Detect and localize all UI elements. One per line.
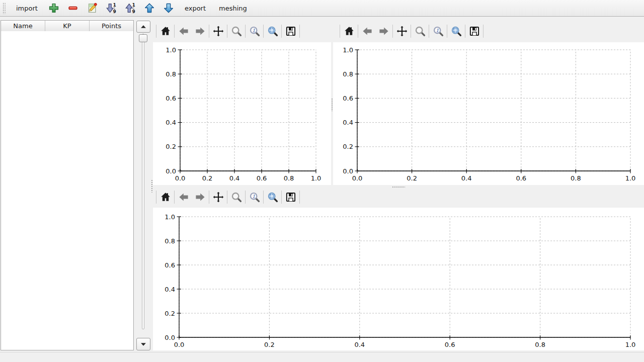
triangle-up-icon — [140, 25, 146, 29]
svg-text:0.2: 0.2 — [165, 310, 175, 317]
zoom-fit-icon[interactable] — [448, 25, 464, 38]
svg-text:1.0: 1.0 — [625, 341, 636, 348]
zoom-fit-icon[interactable] — [264, 25, 281, 38]
svg-text:0.6: 0.6 — [165, 261, 175, 269]
home-icon[interactable] — [341, 25, 357, 38]
back-icon[interactable] — [175, 25, 192, 38]
import-button[interactable]: import — [12, 2, 42, 15]
svg-text:0.8: 0.8 — [535, 341, 545, 348]
svg-text:0.8: 0.8 — [165, 237, 175, 245]
svg-text:0.0: 0.0 — [352, 174, 363, 182]
toolbar-separator — [156, 25, 156, 38]
zoom-icon[interactable] — [228, 25, 245, 38]
column-header-name[interactable]: Name — [1, 21, 45, 31]
zoom-original-icon[interactable]: 1 — [246, 25, 263, 38]
add-icon[interactable] — [48, 2, 60, 14]
save-icon[interactable] — [466, 25, 482, 38]
zoom-fit-icon[interactable] — [264, 191, 281, 204]
svg-text:0.6: 0.6 — [166, 95, 176, 102]
svg-text:0.4: 0.4 — [166, 119, 176, 126]
application-window: import1919exportmeshing Name KP Points 1… — [0, 0, 644, 362]
toolbar-separator — [299, 191, 300, 204]
back-icon[interactable] — [359, 25, 375, 38]
column-header-points[interactable]: Points — [90, 21, 133, 31]
forward-icon[interactable] — [375, 25, 392, 38]
svg-text:0.6: 0.6 — [445, 341, 455, 348]
toolbar-separator — [174, 191, 175, 204]
slider-up-button[interactable] — [136, 21, 150, 33]
table-body-empty[interactable] — [1, 31, 133, 350]
svg-text:9: 9 — [113, 9, 116, 14]
svg-text:1.0: 1.0 — [625, 174, 636, 182]
svg-text:9: 9 — [132, 9, 135, 14]
vertical-slider-column — [136, 21, 151, 350]
svg-text:1.0: 1.0 — [166, 46, 176, 54]
toolbar-separator — [263, 25, 264, 38]
table-header-row: Name KP Points — [1, 21, 133, 32]
pan-icon[interactable] — [210, 25, 226, 38]
zoom-original-icon[interactable]: 1 — [430, 25, 446, 38]
svg-text:1.0: 1.0 — [343, 46, 353, 54]
toolbar-separator — [174, 25, 175, 38]
toolbar-separator — [245, 25, 246, 38]
toolbar-separator — [447, 25, 447, 38]
svg-text:0.8: 0.8 — [343, 70, 353, 78]
toolbar-separator — [358, 25, 358, 38]
top-right-plot-canvas[interactable]: 0.00.20.40.60.81.00.00.20.40.60.81.0 — [333, 42, 644, 185]
sort-descending-icon[interactable]: 19 — [124, 2, 136, 14]
vertical-splitter-handle[interactable] — [331, 98, 333, 111]
svg-text:0.4: 0.4 — [343, 119, 353, 126]
column-header-kp[interactable]: KP — [45, 21, 90, 31]
pan-icon[interactable] — [393, 25, 410, 38]
svg-text:0.2: 0.2 — [264, 341, 275, 348]
zoom-icon[interactable] — [412, 25, 428, 38]
svg-text:0.8: 0.8 — [284, 174, 294, 182]
move-up-icon[interactable] — [143, 2, 155, 14]
save-icon[interactable] — [282, 25, 299, 38]
slider-down-button[interactable] — [136, 338, 150, 350]
meshing-button[interactable]: meshing — [214, 2, 252, 15]
remove-icon[interactable] — [67, 2, 79, 14]
home-icon[interactable] — [157, 25, 174, 38]
plot-toolbar-top-right: 1 — [333, 20, 644, 42]
slider-thumb[interactable] — [139, 34, 147, 42]
top-left-plot-canvas[interactable]: 0.00.20.40.60.81.00.00.20.40.60.81.0 — [153, 42, 331, 185]
toolbar-separator — [340, 25, 340, 38]
toolbar-separator — [392, 25, 393, 38]
svg-text:0.0: 0.0 — [165, 334, 175, 341]
toolbar-separator — [483, 25, 484, 38]
zoom-original-icon[interactable]: 1 — [246, 191, 263, 204]
export-button[interactable]: export — [180, 2, 210, 15]
home-icon[interactable] — [157, 191, 174, 204]
toolbar-separator — [411, 25, 411, 38]
svg-text:0.0: 0.0 — [166, 167, 176, 175]
svg-text:0.6: 0.6 — [257, 174, 267, 182]
svg-text:1.0: 1.0 — [165, 213, 175, 221]
forward-icon[interactable] — [192, 25, 208, 38]
pan-icon[interactable] — [210, 191, 226, 204]
move-down-icon[interactable] — [163, 2, 175, 14]
svg-text:1: 1 — [436, 28, 439, 33]
toolbar-separator — [209, 25, 209, 38]
sort-ascending-icon[interactable]: 19 — [105, 2, 117, 14]
forward-icon[interactable] — [192, 191, 208, 204]
svg-text:0.8: 0.8 — [571, 174, 581, 182]
main-toolbar: import1919exportmeshing — [0, 0, 644, 17]
zoom-icon[interactable] — [228, 191, 245, 204]
svg-text:1: 1 — [252, 28, 255, 33]
svg-text:0.0: 0.0 — [343, 167, 353, 175]
svg-text:0.4: 0.4 — [229, 174, 240, 182]
back-icon[interactable] — [175, 191, 192, 204]
horizontal-splitter-handle[interactable] — [392, 186, 405, 188]
slider-groove[interactable] — [142, 34, 144, 329]
bottom-plot-canvas[interactable]: 0.00.20.40.60.81.00.00.20.40.60.81.0 — [153, 208, 644, 350]
triangle-down-icon — [140, 342, 146, 346]
toolbar-separator — [263, 191, 264, 204]
edit-icon[interactable] — [86, 2, 98, 14]
main-splitter-handle[interactable] — [150, 179, 153, 193]
svg-text:0.2: 0.2 — [166, 143, 176, 150]
svg-text:0.6: 0.6 — [516, 174, 526, 182]
save-icon[interactable] — [282, 191, 299, 204]
toolbar-separator — [227, 191, 227, 204]
toolbar-drag-handle[interactable] — [2, 2, 6, 14]
